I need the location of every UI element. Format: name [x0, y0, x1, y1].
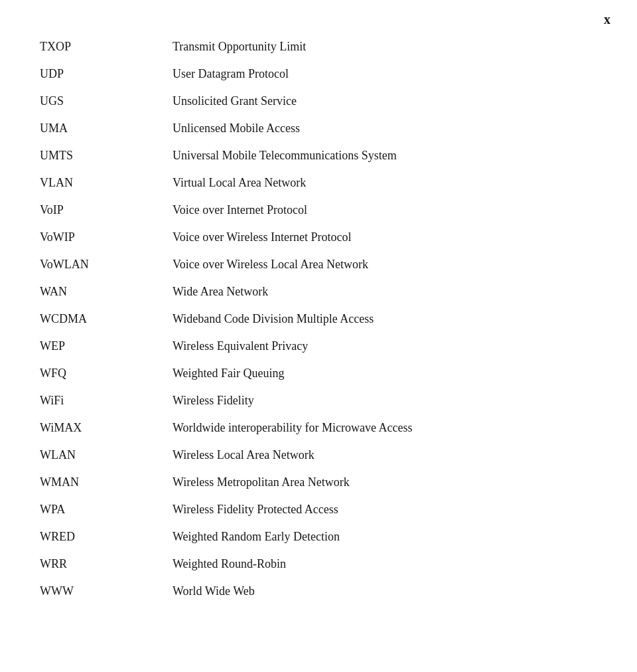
acronym-definition: World Wide Web — [173, 578, 597, 605]
table-row: WPAWireless Fidelity Protected Access — [40, 496, 597, 523]
acronym-definition: Unlicensed Mobile Access — [173, 115, 597, 142]
table-row: WLANWireless Local Area Network — [40, 442, 597, 469]
acronym-abbr: WAN — [40, 278, 173, 305]
table-row: WWWWorld Wide Web — [40, 578, 597, 605]
acronym-abbr: WLAN — [40, 442, 173, 469]
acronym-definition: Worldwide interoperability for Microwave… — [173, 414, 597, 442]
acronym-definition: Transmit Opportunity Limit — [173, 33, 597, 60]
acronym-abbr: WPA — [40, 496, 173, 523]
acronym-definition: User Datagram Protocol — [173, 60, 597, 88]
acronym-definition: Voice over Wireless Local Area Network — [173, 251, 597, 278]
table-row: VoIPVoice over Internet Protocol — [40, 197, 597, 224]
acronym-definition: Wireless Fidelity — [173, 387, 597, 414]
acronym-definition: Wide Area Network — [173, 278, 597, 305]
acronym-definition: Weighted Random Early Detection — [173, 523, 597, 550]
table-row: WCDMAWideband Code Division Multiple Acc… — [40, 305, 597, 333]
acronym-definition: Wireless Equivalent Privacy — [173, 333, 597, 360]
table-row: UMAUnlicensed Mobile Access — [40, 115, 597, 142]
acronym-table: TXOPTransmit Opportunity LimitUDPUser Da… — [40, 33, 597, 605]
acronym-definition: Wireless Fidelity Protected Access — [173, 496, 597, 523]
acronym-definition: Weighted Fair Queuing — [173, 360, 597, 387]
acronym-abbr: WiFi — [40, 387, 173, 414]
table-row: VoWLANVoice over Wireless Local Area Net… — [40, 251, 597, 278]
acronym-definition: Weighted Round-Robin — [173, 550, 597, 578]
acronym-definition: Wireless Metropolitan Area Network — [173, 469, 597, 496]
close-button[interactable]: x — [604, 12, 610, 27]
acronym-abbr: UDP — [40, 60, 173, 88]
acronym-abbr: VoIP — [40, 197, 173, 224]
table-row: UMTSUniversal Mobile Telecommunications … — [40, 142, 597, 169]
acronym-definition: Virtual Local Area Network — [173, 169, 597, 197]
acronym-definition: Voice over Internet Protocol — [173, 197, 597, 224]
table-row: UGSUnsolicited Grant Service — [40, 88, 597, 115]
table-row: VLANVirtual Local Area Network — [40, 169, 597, 197]
acronym-abbr: UGS — [40, 88, 173, 115]
table-row: WiFiWireless Fidelity — [40, 387, 597, 414]
acronym-abbr: TXOP — [40, 33, 173, 60]
acronym-abbr: WWW — [40, 578, 173, 605]
table-row: UDPUser Datagram Protocol — [40, 60, 597, 88]
acronym-abbr: UMTS — [40, 142, 173, 169]
acronym-definition: Wideband Code Division Multiple Access — [173, 305, 597, 333]
table-row: WEPWireless Equivalent Privacy — [40, 333, 597, 360]
acronym-definition: Universal Mobile Telecommunications Syst… — [173, 142, 597, 169]
acronym-abbr: WCDMA — [40, 305, 173, 333]
acronym-abbr: WiMAX — [40, 414, 173, 442]
table-row: WiMAXWorldwide interoperability for Micr… — [40, 414, 597, 442]
table-row: WANWide Area Network — [40, 278, 597, 305]
table-row: WREDWeighted Random Early Detection — [40, 523, 597, 550]
table-row: VoWIPVoice over Wireless Internet Protoc… — [40, 224, 597, 251]
table-row: WMANWireless Metropolitan Area Network — [40, 469, 597, 496]
acronym-abbr: VoWIP — [40, 224, 173, 251]
acronym-definition: Voice over Wireless Internet Protocol — [173, 224, 597, 251]
acronym-abbr: VLAN — [40, 169, 173, 197]
acronym-abbr: UMA — [40, 115, 173, 142]
acronym-abbr: VoWLAN — [40, 251, 173, 278]
acronym-abbr: WMAN — [40, 469, 173, 496]
table-row: WRRWeighted Round-Robin — [40, 550, 597, 578]
acronym-abbr: WEP — [40, 333, 173, 360]
acronym-abbr: WRR — [40, 550, 173, 578]
table-row: TXOPTransmit Opportunity Limit — [40, 33, 597, 60]
table-row: WFQWeighted Fair Queuing — [40, 360, 597, 387]
acronym-abbr: WFQ — [40, 360, 173, 387]
acronym-definition: Wireless Local Area Network — [173, 442, 597, 469]
acronym-abbr: WRED — [40, 523, 173, 550]
acronym-definition: Unsolicited Grant Service — [173, 88, 597, 115]
